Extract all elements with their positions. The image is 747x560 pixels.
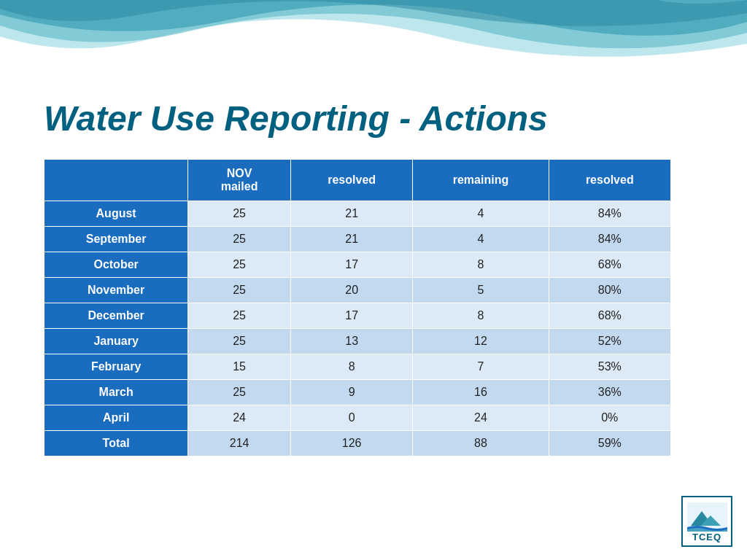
cell-pct-resolved: 53% [549, 354, 670, 380]
cell-remaining: 4 [413, 227, 549, 252]
cell-month: October [44, 252, 188, 278]
cell-nov-mailed: 25 [188, 252, 291, 278]
cell-resolved: 17 [290, 252, 412, 278]
cell-nov-mailed: 15 [188, 354, 291, 380]
cell-resolved: 126 [290, 431, 412, 456]
cell-pct-resolved: 36% [549, 380, 670, 405]
cell-month: Total [44, 431, 188, 456]
cell-pct-resolved: 80% [549, 278, 670, 303]
header-resolved-2: resolved [549, 160, 670, 201]
cell-month: February [44, 354, 188, 380]
header-resolved-1: resolved [290, 160, 412, 201]
cell-nov-mailed: 214 [188, 431, 291, 456]
cell-resolved: 0 [290, 405, 412, 431]
table-header-row: NOVmailed resolved remaining resolved [44, 160, 671, 201]
table-row: April240240% [44, 405, 671, 431]
cell-remaining: 4 [413, 201, 549, 227]
table-row: February158753% [44, 354, 671, 380]
cell-remaining: 7 [413, 354, 549, 380]
cell-remaining: 8 [413, 303, 549, 329]
cell-remaining: 5 [413, 278, 549, 303]
cell-month: March [44, 380, 188, 405]
cell-resolved: 20 [290, 278, 412, 303]
logo-text: TCEQ [692, 532, 721, 542]
main-content: Water Use Reporting - Actions NOVmailed … [0, 0, 747, 471]
header-month [44, 160, 188, 201]
tceq-logo: TCEQ [681, 496, 732, 547]
cell-nov-mailed: 25 [188, 227, 291, 252]
cell-resolved: 13 [290, 329, 412, 354]
cell-pct-resolved: 84% [549, 201, 670, 227]
cell-nov-mailed: 25 [188, 329, 291, 354]
data-table: NOVmailed resolved remaining resolved Au… [44, 159, 671, 456]
cell-month: December [44, 303, 188, 329]
cell-pct-resolved: 0% [549, 405, 670, 431]
table-row: August2521484% [44, 201, 671, 227]
header-remaining: remaining [413, 160, 549, 201]
cell-pct-resolved: 59% [549, 431, 670, 456]
cell-pct-resolved: 52% [549, 329, 670, 354]
cell-resolved: 21 [290, 227, 412, 252]
table-row: November2520580% [44, 278, 671, 303]
table-row: September2521484% [44, 227, 671, 252]
cell-month: September [44, 227, 188, 252]
cell-remaining: 16 [413, 380, 549, 405]
table-row: January25131252% [44, 329, 671, 354]
table-row: October2517868% [44, 252, 671, 278]
cell-nov-mailed: 25 [188, 380, 291, 405]
table-row: Total2141268859% [44, 431, 671, 456]
page-title: Water Use Reporting - Actions [44, 98, 703, 139]
header-nov-mailed: NOVmailed [188, 160, 291, 201]
cell-month: November [44, 278, 188, 303]
cell-remaining: 12 [413, 329, 549, 354]
table-row: March2591636% [44, 380, 671, 405]
cell-remaining: 8 [413, 252, 549, 278]
table-row: December2517868% [44, 303, 671, 329]
cell-nov-mailed: 25 [188, 278, 291, 303]
cell-remaining: 24 [413, 405, 549, 431]
cell-resolved: 9 [290, 380, 412, 405]
cell-month: August [44, 201, 188, 227]
cell-nov-mailed: 24 [188, 405, 291, 431]
cell-remaining: 88 [413, 431, 549, 456]
cell-resolved: 21 [290, 201, 412, 227]
cell-pct-resolved: 68% [549, 303, 670, 329]
cell-month: January [44, 329, 188, 354]
cell-resolved: 17 [290, 303, 412, 329]
cell-pct-resolved: 84% [549, 227, 670, 252]
cell-nov-mailed: 25 [188, 201, 291, 227]
cell-pct-resolved: 68% [549, 252, 670, 278]
cell-month: April [44, 405, 188, 431]
cell-resolved: 8 [290, 354, 412, 380]
cell-nov-mailed: 25 [188, 303, 291, 329]
